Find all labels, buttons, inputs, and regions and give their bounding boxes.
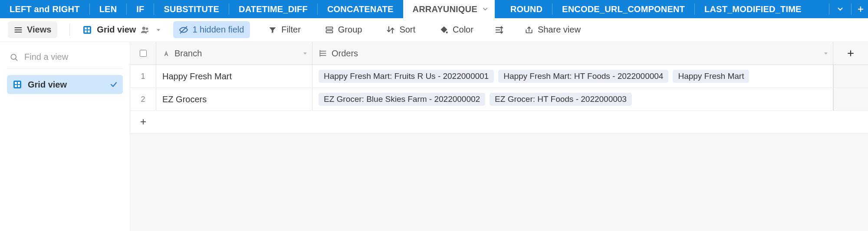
add-row-button[interactable] [130,116,156,128]
caret-down-icon[interactable] [156,27,161,33]
tab-round[interactable]: ROUND [501,0,552,18]
cell-branch[interactable]: EZ Grocers [156,88,312,111]
svg-rect-7 [88,27,90,29]
views-button[interactable]: Views [8,21,57,38]
orders-pill-list: EZ Grocer: Blue Skies Farm - 2022000002 … [319,93,827,106]
tab-arrayunique-active[interactable]: ARRAYUNIQUE [403,0,495,18]
view-search-input[interactable] [23,52,120,62]
cell-branch[interactable]: Happy Fresh Mart [156,65,312,88]
tab-label: IF [136,4,144,14]
row-number-label: 2 [141,95,145,104]
share-label: Share view [538,25,581,35]
svg-rect-6 [85,27,87,29]
tab-len[interactable]: LEN [90,0,127,18]
sidebar-view-label: Grid view [28,80,67,90]
column-header-label: Branch [174,49,202,59]
order-pill[interactable]: Happy Fresh Mart: HT Foods - 2022000004 [498,70,668,83]
current-view-chip[interactable]: Grid view [82,25,161,35]
svg-point-16 [446,31,448,33]
orders-pill-list: Happy Fresh Mart: Fruits R Us - 20220000… [319,70,827,83]
chevron-down-icon[interactable] [482,6,489,13]
tab-label: LAST_MODIFIED_TIME [704,4,802,14]
svg-rect-9 [88,30,90,33]
sidebar-view-grid[interactable]: Grid view [7,75,123,94]
toolbar-divider [69,24,70,36]
column-menu-icon[interactable] [302,51,308,56]
add-row[interactable] [130,111,868,133]
tab-label: DATETIME_DIFF [239,4,308,14]
color-label: Color [453,25,473,35]
menu-icon [14,26,23,34]
view-search [7,48,123,69]
color-button[interactable]: Color [434,21,480,38]
paint-bucket-icon [440,26,448,34]
plus-icon [139,118,147,126]
svg-rect-23 [13,81,21,88]
plus-icon [846,49,855,58]
row-gutter [833,88,868,111]
view-toolbar: Views Grid view 1 hidden field Filter Gr… [0,18,868,42]
table-row[interactable]: 2 EZ Grocers EZ Grocer: Blue Skies Farm … [130,88,868,111]
svg-rect-26 [15,85,17,87]
chevron-down-icon [836,5,844,13]
tab-label: ENCODE_URL_COMPONENT [562,4,685,14]
order-pill[interactable]: EZ Grocer: HT Foods - 2022000003 [490,93,632,106]
select-all-cell[interactable] [130,42,156,65]
tab-concatenate[interactable]: CONCATENATE [318,0,403,18]
row-number[interactable]: 1 [130,65,156,88]
table-tab-strip: LEFT and RIGHT LEN IF SUBSTITUTE DATETIM… [0,0,868,18]
plus-icon [857,5,865,13]
row-number[interactable]: 2 [130,88,156,111]
order-pill[interactable]: Happy Fresh Mart [673,70,749,83]
column-header-orders[interactable]: Orders [312,42,833,65]
cell-orders[interactable]: Happy Fresh Mart: Fruits R Us - 20220000… [312,65,833,88]
add-column-button[interactable] [833,42,868,65]
add-table-button[interactable] [852,0,868,18]
filter-icon [268,26,277,34]
tab-label: ARRAYUNIQUE [413,4,477,14]
tab-datetime-diff[interactable]: DATETIME_DIFF [229,0,317,18]
table-row[interactable]: 1 Happy Fresh Mart Happy Fresh Mart: Fru… [130,65,868,88]
column-menu-icon[interactable] [823,51,829,56]
select-all-checkbox[interactable] [140,50,147,57]
main-area: Grid view Branch [0,42,868,231]
hidden-fields-label: 1 hidden field [192,25,244,35]
order-pill[interactable]: EZ Grocer: Blue Skies Farm - 2022000002 [319,93,485,106]
group-icon [325,26,334,34]
svg-rect-14 [326,27,332,29]
share-view-button[interactable]: Share view [519,21,587,38]
sort-button[interactable]: Sort [380,21,421,38]
sort-label: Sort [399,25,415,35]
svg-rect-25 [18,82,20,84]
column-header-branch[interactable]: Branch [156,42,312,65]
filter-button[interactable]: Filter [262,21,306,38]
tab-substitute[interactable]: SUBSTITUTE [154,0,229,18]
search-icon [10,53,18,62]
tab-label: LEN [99,4,117,14]
group-button[interactable]: Group [319,21,368,38]
collaborators-icon[interactable] [140,25,150,35]
hidden-fields-button[interactable]: 1 hidden field [173,21,250,38]
row-height-button[interactable] [492,22,506,38]
cell-value: Happy Fresh Mart [162,72,232,81]
current-view-label: Grid view [97,25,136,35]
lookup-field-icon [319,49,327,58]
grid-header-row: Branch Orders [130,42,868,65]
grid-icon [12,79,23,90]
tab-left-and-right[interactable]: LEFT and RIGHT [0,0,89,18]
more-tabs-button[interactable] [829,0,851,18]
tab-if[interactable]: IF [127,0,154,18]
svg-rect-27 [18,85,20,87]
tab-last-modified-time[interactable]: LAST_MODIFIED_TIME [695,0,811,18]
cell-value: EZ Grocers [162,94,207,104]
tab-label: LEFT and RIGHT [10,4,80,14]
svg-point-10 [142,26,145,29]
group-label: Group [338,25,362,35]
svg-marker-12 [157,29,160,31]
tab-encode-url-component[interactable]: ENCODE_URL_COMPONENT [552,0,694,18]
order-pill[interactable]: Happy Fresh Mart: Fruits R Us - 20220000… [319,70,494,83]
cell-orders[interactable]: EZ Grocer: Blue Skies Farm - 2022000002 … [312,88,833,111]
row-height-icon [494,25,504,35]
data-grid: Branch Orders 1 [130,42,868,231]
tab-label: SUBSTITUTE [164,4,219,14]
